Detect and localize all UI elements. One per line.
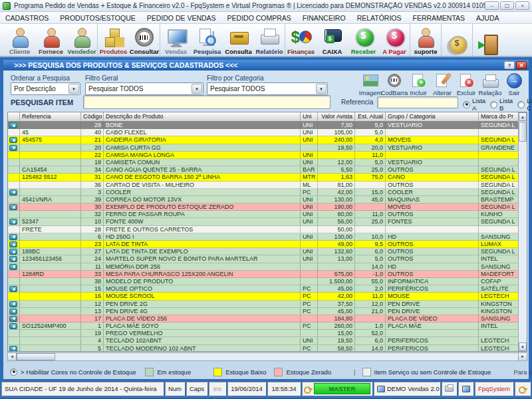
table-row[interactable]: 12 PEN DRIVE 2G PC 37,50 12,0 PEN DRIVE … — [8, 301, 518, 308]
order-filter-select[interactable]: Por Descrição ▼ — [11, 82, 80, 95]
table-row[interactable]: 125482 5512 31 CANO DE ESGOTO BARRA 150 … — [8, 174, 518, 181]
table-row[interactable]: 15 MOUSE OPTICO PC 45,00 2,0 PERIFÉRICOS… — [8, 285, 518, 293]
toolbar-button[interactable]: Cliente — [4, 24, 35, 56]
header-brand[interactable]: Marca do Pr — [479, 112, 518, 122]
menu-item[interactable]: AJUDA — [476, 14, 499, 22]
chevron-down-icon[interactable]: ▼ — [316, 84, 327, 94]
action-button[interactable]: Sair — [502, 73, 526, 96]
maximize-button[interactable]: ▢ — [500, 1, 514, 10]
table-row[interactable]: 123456123456 24 MARTELO SUPER NOVO E BON… — [8, 255, 518, 263]
menu-item[interactable]: CADASTROS — [5, 14, 49, 22]
action-button[interactable]: Excluir — [454, 73, 478, 96]
header-unit[interactable]: Uni — [301, 112, 318, 122]
toolbar-button[interactable]: suporte — [410, 24, 442, 56]
vertical-scrollbar[interactable]: ▲ ▼ — [518, 112, 527, 351]
menu-item[interactable]: FERRAMENTAS — [413, 14, 466, 22]
menu-item[interactable]: RELATÓRIOS — [357, 14, 402, 22]
header-photo[interactable] — [8, 112, 20, 122]
menu-item[interactable]: PRODUTOS/ESTOQUE — [60, 14, 135, 22]
header-group[interactable]: Grupo / Categoria — [386, 112, 479, 122]
table-row[interactable]: 20 CAMISA CURTA GG 19,50 20,0 VESTUARIO … — [8, 144, 518, 152]
table-row[interactable]: 19 PREGO VERMELHO 15,00 52,0 — [8, 330, 518, 337]
close-button[interactable]: × — [515, 1, 529, 10]
table-row[interactable]: 16 MOUSE SCROOL PC 42,00 11,0 MOUSE LEGT… — [8, 293, 518, 300]
toolbar-button[interactable]: Pesquisa — [192, 24, 223, 56]
menu-item[interactable]: PEDIDO DE VENDAS — [147, 14, 216, 22]
table-row[interactable]: 22 CAMISA MANGA LONGA UNI 11,0 — [8, 152, 518, 159]
table-row[interactable]: 18 CAMISETA COMUN UNI 12,00 5,0 VESTUARI… — [8, 159, 518, 166]
toolbar-button[interactable]: Consulta — [223, 24, 254, 56]
scroll-right-icon[interactable]: ► — [518, 353, 527, 360]
table-row[interactable]: 36 CARTAO DE VISITA - MILHEIRO ML 81,00 … — [8, 182, 518, 189]
action-button[interactable]: CodBarra — [382, 73, 406, 96]
search-item-input[interactable] — [83, 95, 331, 109]
category-filter-select[interactable]: Pesquisar TODOS ▼ — [207, 82, 328, 95]
table-row[interactable]: 4541VNRA 39 CORREA DO MOTOR 13VX UNI 130… — [8, 196, 518, 203]
table-row[interactable]: 188BC 27 LATA DE TINTA DE EXEMPLO UNI 13… — [8, 248, 518, 255]
table-row[interactable]: 38 MODELO DE PRODUTO 1.500,00 55,0 INFOR… — [8, 278, 518, 285]
header-code[interactable]: Código — [81, 112, 104, 122]
table-row[interactable]: 1284RD 33 MESA PARA CHURRASCO 125X200 AN… — [8, 271, 518, 278]
table-row[interactable]: FRETE 28 FRETE E OUTROS CARRETOS 50,00 — [8, 226, 518, 233]
toolbar-button[interactable]: Consultar — [129, 24, 160, 56]
scroll-down-icon[interactable]: ▼ — [519, 342, 527, 351]
list-radio[interactable]: Lista B — [490, 97, 513, 112]
scroll-up-icon[interactable]: ▲ — [519, 112, 527, 121]
toolbar-button[interactable]: Fornece — [35, 24, 66, 56]
action-button[interactable]: Relação — [478, 73, 502, 96]
minimize-button[interactable]: – — [485, 1, 499, 10]
table-row[interactable]: 45 40 CABO FLEXEL UNI 105,00 5,0 — [8, 129, 518, 136]
table-row[interactable]: 454575 21 CADEIRA GIRATORIA UNI 240,00 4… — [8, 136, 518, 144]
toolbar-button[interactable]: Produtos — [98, 24, 129, 56]
toolbar-button[interactable]: Relatório — [254, 24, 285, 56]
window-close-button[interactable]: ✕ — [516, 61, 527, 69]
list-radio[interactable]: Lista C — [517, 97, 532, 112]
header-stock[interactable]: Est. Atual — [355, 112, 386, 122]
reference-input[interactable] — [377, 96, 458, 108]
cell-code: 13 — [81, 308, 104, 315]
cell-description: MOUSE OPTICO — [104, 285, 301, 292]
table-row[interactable]: SO12524MP400 1 PLACA MÃE SOYO PC 260,00 … — [8, 323, 518, 330]
menu-item[interactable]: FINANCEIRO — [303, 14, 346, 22]
table-row[interactable]: 11 MEMÓRIA DDR 256 14,0 HD SANSUNG — [8, 263, 518, 271]
vertical-scroll-thumb[interactable] — [519, 122, 527, 142]
list-radio[interactable]: Lista A — [463, 97, 485, 112]
toolbar-button[interactable]: Receber — [348, 24, 379, 56]
general-filter-select[interactable]: Pesquisar TODOS ▼ — [85, 82, 203, 95]
help-button[interactable]: ? — [504, 61, 515, 69]
table-row[interactable]: 52347 10 FONTE 400W UNI 56,00 25,0 FONTE… — [8, 218, 518, 225]
chevron-down-icon[interactable]: ▼ — [192, 84, 202, 94]
toolbar-button[interactable] — [442, 24, 473, 56]
table-row[interactable]: 3 COOLER PC 42,00 15,0 COOLER SEGUNDA L — [8, 189, 518, 196]
cell-code: 17 — [81, 315, 104, 322]
header-price[interactable]: Valor Avista — [318, 112, 355, 122]
toolbar-button[interactable]: CAIXA — [317, 24, 348, 56]
toolbar-button[interactable] — [473, 24, 504, 56]
enable-colors-radio[interactable] — [10, 368, 17, 376]
action-button[interactable]: Imagem — [358, 73, 382, 96]
chevron-down-icon[interactable]: ▼ — [68, 84, 79, 94]
table-row[interactable]: 4 TECLADO 102ABNT UNI 19,50 6,0 PERIFERI… — [8, 337, 518, 344]
toolbar-button[interactable]: Vendedor — [66, 24, 98, 56]
table-row[interactable]: CA15454 34 CANO AGUA QUENTE 25 - BARRA B… — [8, 166, 518, 174]
table-row[interactable]: 32 FERRO DE PASSAR ROUPA UNI 80,00 11,0 … — [8, 211, 518, 218]
action-button[interactable]: Incluir — [406, 73, 430, 96]
menu-item[interactable]: PEDIDO COMPRAS — [227, 14, 291, 22]
toolbar-button[interactable]: Finanças — [285, 24, 317, 56]
table-row[interactable]: 23 LATA DE TINTA 49,00 9,5 OUTROS LUMAX — [8, 241, 518, 248]
toolbar-button[interactable]: Vendas — [160, 24, 192, 56]
table-row[interactable]: 6 HD 250G I UNI 130,00 10,0 HD SANSUNG — [8, 233, 518, 241]
horizontal-scrollbar[interactable]: ◄ ► — [7, 352, 527, 361]
horizontal-scroll-thumb[interactable] — [17, 353, 55, 360]
status-time: 18:58:34 — [267, 382, 301, 396]
action-button[interactable]: Alterar — [430, 73, 454, 96]
toolbar-button[interactable]: A Pagar — [379, 24, 410, 56]
table-row[interactable]: 5 TECLADO MODERNO 102 ABNT PC 58,50 14,0… — [8, 345, 518, 351]
table-row[interactable]: 13 PEN DRIVE 4G PC 45,00 21,0 PEN DRIVE … — [8, 308, 518, 315]
table-row[interactable]: 29 BONE UNI 7,50 5,0 VESTUARIO SEGUNDA L — [8, 122, 518, 129]
scroll-left-icon[interactable]: ◄ — [8, 353, 17, 360]
header-description[interactable]: Descrição do Produto — [104, 112, 301, 122]
table-row[interactable]: 17 PLACA DE VÍDEO 256 184,80 PLACA DE VÍ… — [8, 315, 518, 323]
header-reference[interactable]: Referencia — [20, 112, 81, 122]
table-row[interactable]: 30 EXEMPLO DE PRODUTO ESTOQUE ZERADO UNI… — [8, 203, 518, 211]
